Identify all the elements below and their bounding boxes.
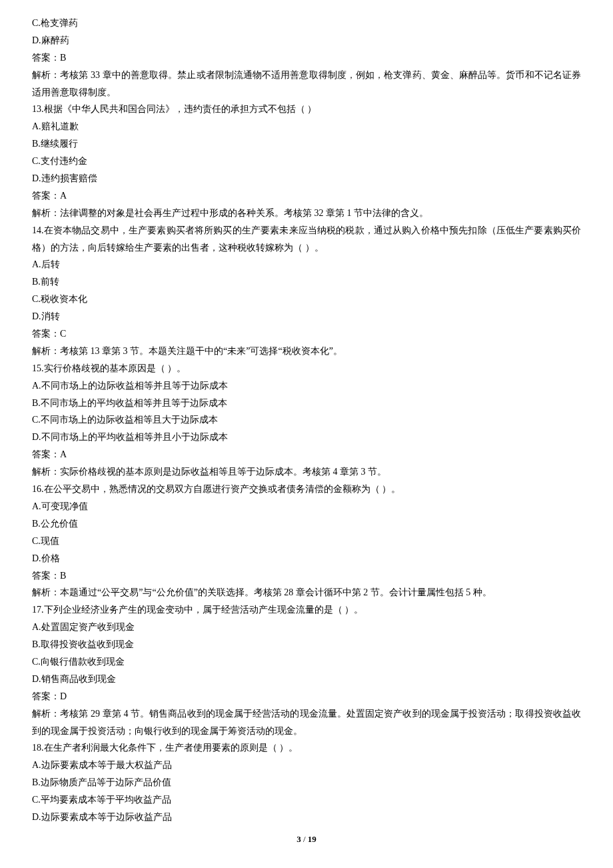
- text-line: D.违约损害赔偿: [32, 170, 581, 187]
- text-line: C.现值: [32, 533, 581, 550]
- text-line: A.处置固定资产收到现金: [32, 619, 581, 636]
- text-line: C.向银行借款收到现金: [32, 653, 581, 671]
- text-line: A.后转: [32, 256, 581, 273]
- text-line: C.枪支弹药: [32, 15, 581, 32]
- text-line: B.取得投资收益收到现金: [32, 636, 581, 653]
- document-body: C.枪支弹药D.麻醉药答案：B解析：考核第 33 章中的善意取得。禁止或者限制流…: [32, 15, 581, 826]
- text-line: D.销售商品收到现金: [32, 671, 581, 688]
- text-line: A.可变现净值: [32, 498, 581, 515]
- text-line: C.支付违约金: [32, 153, 581, 170]
- text-line: C.不同市场上的边际收益相等且大于边际成本: [32, 411, 581, 429]
- text-line: B.公允价值: [32, 515, 581, 533]
- page-number-sep: /: [301, 834, 308, 844]
- text-line: 解析：考核第 13 章第 3 节。本题关注题干中的“未来”可选择“税收资本化”。: [32, 343, 581, 360]
- text-line: 答案：C: [32, 325, 581, 343]
- text-line: C.平均要素成本等于平均收益产品: [32, 791, 581, 809]
- text-line: A.边际要素成本等于最大权益产品: [32, 757, 581, 774]
- text-line: A.不同市场上的边际收益相等并且等于边际成本: [32, 377, 581, 395]
- text-line: 答案：A: [32, 446, 581, 463]
- text-line: C.税收资本化: [32, 291, 581, 308]
- text-line: 15.实行价格歧视的基本原因是（ ）。: [32, 360, 581, 377]
- page-number-total: 19: [308, 834, 316, 844]
- text-line: 17.下列企业经济业务产生的现金变动中，属于经营活动产生现金流量的是（ ）。: [32, 601, 581, 619]
- text-line: 解析：实际价格歧视的基本原则是边际收益相等且等于边际成本。考核第 4 章第 3 …: [32, 463, 581, 481]
- text-line: 解析：考核第 29 章第 4 节。销售商品收到的现金属于经营活动的现金流量。处置…: [32, 705, 581, 740]
- text-line: 答案：A: [32, 187, 581, 205]
- text-line: A.赔礼道歉: [32, 118, 581, 135]
- page-footer: 3 / 19: [32, 831, 581, 847]
- text-line: D.价格: [32, 550, 581, 567]
- text-line: B.继续履行: [32, 135, 581, 153]
- text-line: B.边际物质产品等于边际产品价值: [32, 774, 581, 791]
- text-line: D.边际要素成本等于边际收益产品: [32, 809, 581, 826]
- text-line: D.消转: [32, 308, 581, 325]
- text-line: D.麻醉药: [32, 32, 581, 49]
- text-line: 解析：法律调整的对象是社会再生产过程中形成的各种关系。考核第 32 章第 1 节…: [32, 205, 581, 222]
- document-page: C.枪支弹药D.麻醉药答案：B解析：考核第 33 章中的善意取得。禁止或者限制流…: [0, 0, 613, 867]
- text-line: 答案：B: [32, 49, 581, 67]
- text-line: 14.在资本物品交易中，生产要素购买者将所购买的生产要素未来应当纳税的税款，通过…: [32, 222, 581, 257]
- text-line: B.前转: [32, 273, 581, 291]
- text-line: 18.在生产者利润最大化条件下，生产者使用要素的原则是（ ）。: [32, 739, 581, 757]
- text-line: D.不同市场上的平均收益相等并且小于边际成本: [32, 429, 581, 446]
- text-line: 13.根据《中华人民共和国合同法》，违约责任的承担方式不包括（ ）: [32, 101, 581, 118]
- text-line: 解析：本题通过“公平交易”与“公允价值”的关联选择。考核第 28 章会计循环中第…: [32, 584, 581, 601]
- text-line: 解析：考核第 33 章中的善意取得。禁止或者限制流通物不适用善意取得制度，例如，…: [32, 67, 581, 101]
- text-line: 16.在公平交易中，熟悉情况的交易双方自愿进行资产交换或者债务清偿的金额称为（ …: [32, 481, 581, 498]
- text-line: B.不同市场上的平均收益相等并且等于边际成本: [32, 395, 581, 412]
- text-line: 答案：D: [32, 688, 581, 705]
- text-line: 答案：B: [32, 567, 581, 585]
